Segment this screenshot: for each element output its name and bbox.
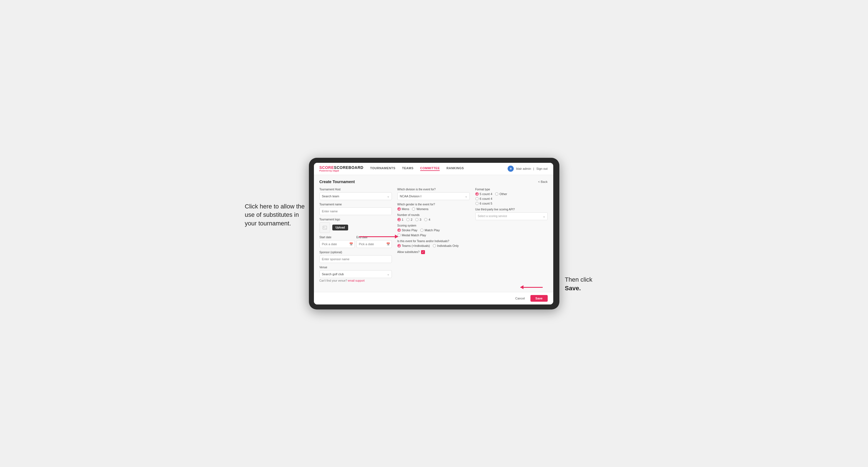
gender-womens-dot [412,207,415,211]
format-row-1: 5 count 4 Other [475,192,548,196]
rounds-4-label: 4 [429,218,430,221]
form-grid: Tournament Host Search team Tournament n… [319,188,548,285]
sponsor-label: Sponsor (optional) [319,251,392,254]
format-other[interactable]: Other [495,192,507,196]
calendar-icon-start: 📅 [349,242,353,246]
teams-plus-individuals[interactable]: Teams (+Individuals) [397,244,430,247]
gender-label: Which gender is the event for? [397,203,470,206]
gender-womens-label: Womens [416,207,428,211]
gender-womens[interactable]: Womens [412,207,428,211]
scoring-match-label: Match Play [425,228,440,232]
svg-point-1 [323,226,324,227]
allow-substitutes-label: Allow substitutes? [397,250,420,253]
tournament-name-input[interactable] [319,207,392,215]
upload-button[interactable]: Upload [332,225,348,230]
page-header: Create Tournament Back [319,180,548,184]
scoring-system-radio-group: Stroke Play Match Play Medal Match Play [397,228,470,237]
nav-item-tournaments[interactable]: TOURNAMENTS [370,166,396,171]
email-support-link[interactable]: email support [348,279,365,282]
gender-mens[interactable]: Mens [397,207,409,211]
format-6count4[interactable]: 6 count 4 [475,197,548,200]
format-type-section: Format type 5 count 4 Other [475,188,548,205]
logo-area: SCORESCOREBOARD Powered by clippd [319,165,364,172]
page-footer: Cancel Save [314,292,553,305]
avatar: B [507,165,514,172]
arrow-left [359,236,398,237]
rounds-2[interactable]: 2 [406,218,412,221]
logo-text: SCOREBOARD [334,165,364,170]
format-other-dot [495,192,498,196]
scoring-api-section: Use third-party live scoring API? Select… [475,208,548,220]
rounds-3-label: 3 [420,218,421,221]
venue-select[interactable]: Search golf club [319,270,392,278]
nav-bar: SCORESCOREBOARD Powered by clippd TOURNA… [314,163,553,175]
nav-items: TOURNAMENTS TEAMS COMMITTEE RANKINGS [370,166,508,171]
save-button[interactable]: Save [530,295,548,302]
format-6count5[interactable]: 6 count 5 [475,202,548,205]
nav-item-committee[interactable]: COMMITTEE [420,166,440,171]
individuals-only[interactable]: Individuals Only [433,244,459,247]
logo-upload-row: Upload [319,222,392,233]
end-date-wrapper: 📅 [356,240,392,248]
logo-scoreboard: SCORESCOREBOARD [319,165,364,169]
division-label: Which division is the event for? [397,188,470,191]
scoring-stroke-dot [397,228,401,232]
end-date-group: End date 📅 [356,236,392,248]
allow-substitutes-row: Allow substitutes? ✓ [397,250,470,254]
logo-red: SCORE [319,165,334,170]
rounds-1[interactable]: 1 [397,218,404,221]
nav-item-teams[interactable]: TEAMS [402,166,413,171]
sponsor-section: Sponsor (optional) [319,251,392,263]
format-6count4-label: 6 count 4 [480,197,492,200]
rounds-3-dot [415,218,418,221]
page-title: Create Tournament [319,180,355,184]
venue-label: Venue [319,266,392,269]
teams-radio-group: Teams (+Individuals) Individuals Only [397,244,470,247]
scoring-medal-match[interactable]: Medal Match Play [397,234,426,237]
division-select-wrapper: NCAA Division I [397,192,470,200]
format-6count5-label: 6 count 5 [480,202,492,205]
allow-substitutes-checkbox[interactable]: ✓ [421,250,425,254]
col-mid: Which division is the event for? NCAA Di… [397,188,470,285]
scoring-stroke-label: Stroke Play [402,228,417,232]
calendar-icon-end: 📅 [386,242,390,246]
scoring-system-section: Scoring system Stroke Play Match Play [397,224,470,237]
arrow-right [520,287,543,288]
nav-separator: | [533,167,534,170]
rounds-radio-group: 1 2 3 [397,218,470,221]
teams-individuals-label: Is this event for Teams and/or Individua… [397,240,470,243]
back-link[interactable]: Back [538,180,548,183]
scoring-match-dot [420,228,424,232]
tournament-host-label: Tournament Host [319,188,392,191]
rounds-3[interactable]: 3 [415,218,421,221]
tournament-logo-label: Tournament logo [319,218,392,221]
scoring-medal-label: Medal Match Play [402,234,426,237]
rounds-4[interactable]: 4 [424,218,430,221]
teams-plus-dot [397,244,401,247]
user-name: blair admin [516,167,531,170]
tournament-host-section: Tournament Host Search team [319,188,392,200]
scoring-stroke[interactable]: Stroke Play [397,228,417,232]
allow-substitutes-section: Allow substitutes? ✓ [397,250,470,254]
scoring-service-wrapper: Select a scoring service [475,212,548,220]
format-5count4[interactable]: 5 count 4 [475,192,492,196]
start-date-wrapper: 📅 [319,240,355,248]
tournament-host-select[interactable]: Search team [319,192,392,200]
sponsor-input[interactable] [319,255,392,263]
format-5count4-label: 5 count 4 [480,192,492,196]
date-row: Start date 📅 End date [319,236,392,248]
format-6count4-dot [475,197,479,200]
tournament-name-label: Tournament name [319,203,392,206]
scoring-service-select[interactable]: Select a scoring service [475,212,548,220]
division-select[interactable]: NCAA Division I [397,192,470,200]
teams-individuals-section: Is this event for Teams and/or Individua… [397,240,470,247]
start-date-label: Start date [319,236,355,239]
scoring-match[interactable]: Match Play [420,228,440,232]
nav-item-rankings[interactable]: RANKINGS [446,166,464,171]
cancel-button[interactable]: Cancel [513,295,528,302]
rounds-2-dot [406,218,410,221]
individuals-only-label: Individuals Only [437,244,459,247]
format-type-label: Format type [475,188,548,191]
sign-out-link[interactable]: Sign out [536,167,548,170]
rounds-4-dot [424,218,428,221]
